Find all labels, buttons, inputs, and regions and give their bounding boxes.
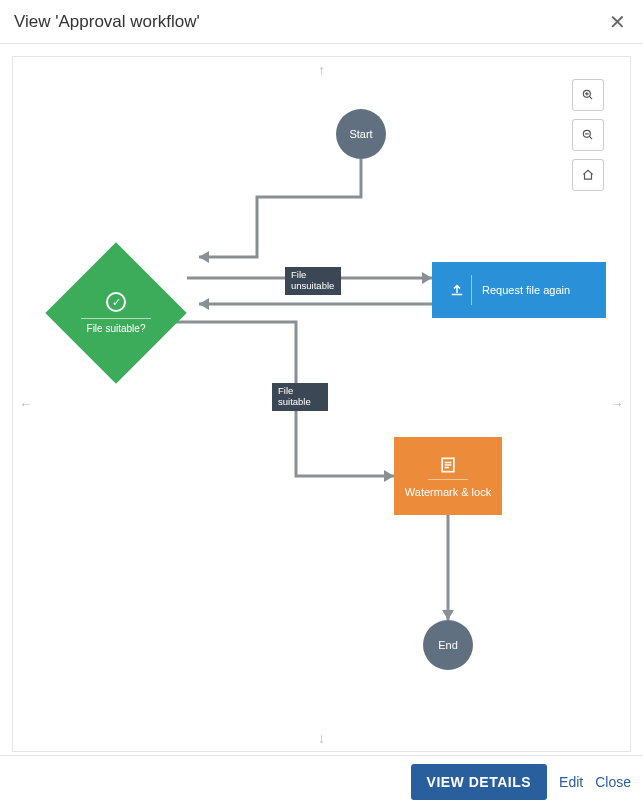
modal-title: View 'Approval workflow'	[14, 12, 200, 32]
svg-marker-0	[199, 251, 209, 263]
zoom-out-button[interactable]	[572, 119, 604, 151]
node-request[interactable]: Request file again	[432, 262, 606, 318]
zoom-out-icon	[581, 128, 595, 142]
edge-label-unsuitable: File unsuitable	[285, 267, 341, 295]
close-icon[interactable]: ✕	[605, 10, 629, 34]
upload-icon	[442, 275, 472, 305]
node-decision[interactable]: ✓ File suitable?	[46, 243, 186, 383]
svg-marker-2	[199, 298, 209, 310]
node-request-label: Request file again	[482, 284, 570, 296]
home-icon	[581, 168, 595, 182]
pan-right-arrow[interactable]: →	[610, 397, 624, 411]
workflow-canvas[interactable]: Start ✓ File suitable? Request file agai…	[12, 56, 631, 752]
edge-label-suitable: File suitable	[272, 383, 328, 411]
node-watermark-label: Watermark & lock	[405, 486, 491, 498]
pan-left-arrow[interactable]: ←	[19, 397, 33, 411]
svg-marker-4	[442, 610, 454, 620]
svg-marker-1	[422, 272, 432, 284]
document-icon	[428, 455, 468, 480]
zoom-home-button[interactable]	[572, 159, 604, 191]
node-start[interactable]: Start	[336, 109, 386, 159]
close-button[interactable]: Close	[595, 774, 631, 790]
edit-button[interactable]: Edit	[559, 774, 583, 790]
node-end-label: End	[438, 639, 458, 651]
node-start-label: Start	[349, 128, 372, 140]
node-end[interactable]: End	[423, 620, 473, 670]
node-watermark[interactable]: Watermark & lock	[394, 437, 502, 515]
node-decision-label: File suitable?	[81, 318, 151, 334]
pan-up-arrow[interactable]: ↑	[318, 63, 325, 77]
svg-marker-3	[384, 470, 394, 482]
zoom-in-button[interactable]	[572, 79, 604, 111]
zoom-in-icon	[581, 88, 595, 102]
pan-down-arrow[interactable]: ↓	[318, 731, 325, 745]
view-details-button[interactable]: VIEW DETAILS	[411, 764, 548, 800]
check-circle-icon: ✓	[106, 292, 126, 312]
